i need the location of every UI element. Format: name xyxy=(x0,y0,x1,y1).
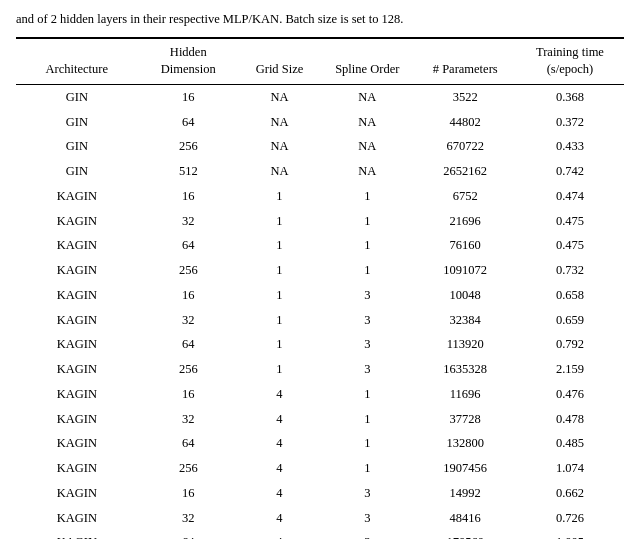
cell-params: 11696 xyxy=(415,382,516,407)
cell-hidden: 16 xyxy=(138,481,239,506)
table-row: KAGIN1643149920.662 xyxy=(16,481,624,506)
table-row: KAGIN6411761600.475 xyxy=(16,233,624,258)
cell-hidden: 16 xyxy=(138,184,239,209)
cell-spline: 1 xyxy=(320,209,415,234)
cell-time: 0.433 xyxy=(516,134,624,159)
cell-grid: 1 xyxy=(239,308,320,333)
cell-hidden: 32 xyxy=(138,407,239,432)
cell-arch: KAGIN xyxy=(16,258,138,283)
cell-spline: 1 xyxy=(320,407,415,432)
cell-time: 0.475 xyxy=(516,209,624,234)
cell-params: 132800 xyxy=(415,431,516,456)
cell-time: 0.475 xyxy=(516,233,624,258)
table-row: KAGIN161167520.474 xyxy=(16,184,624,209)
cell-hidden: 64 xyxy=(138,530,239,539)
table-row: KAGIN2564119074561.074 xyxy=(16,456,624,481)
cell-grid: 4 xyxy=(239,431,320,456)
cell-time: 0.742 xyxy=(516,159,624,184)
cell-time: 0.478 xyxy=(516,407,624,432)
cell-spline: NA xyxy=(320,134,415,159)
cell-hidden: 64 xyxy=(138,431,239,456)
cell-spline: 3 xyxy=(320,357,415,382)
table-row: KAGIN64411328000.485 xyxy=(16,431,624,456)
cell-spline: NA xyxy=(320,110,415,135)
cell-arch: KAGIN xyxy=(16,233,138,258)
cell-spline: NA xyxy=(320,84,415,109)
cell-spline: 1 xyxy=(320,431,415,456)
cell-grid: 1 xyxy=(239,332,320,357)
cell-hidden: 16 xyxy=(138,283,239,308)
cell-hidden: 64 xyxy=(138,332,239,357)
cell-params: 44802 xyxy=(415,110,516,135)
cell-hidden: 32 xyxy=(138,308,239,333)
table-row: KAGIN1613100480.658 xyxy=(16,283,624,308)
cell-hidden: 256 xyxy=(138,357,239,382)
cell-grid: 4 xyxy=(239,481,320,506)
cell-spline: NA xyxy=(320,159,415,184)
cell-params: 2652162 xyxy=(415,159,516,184)
cell-grid: NA xyxy=(239,84,320,109)
cell-spline: 1 xyxy=(320,382,415,407)
cell-params: 48416 xyxy=(415,506,516,531)
cell-spline: 1 xyxy=(320,258,415,283)
cell-arch: GIN xyxy=(16,84,138,109)
cell-hidden: 16 xyxy=(138,84,239,109)
cell-grid: 1 xyxy=(239,258,320,283)
table-row: GIN512NANA26521620.742 xyxy=(16,159,624,184)
cell-params: 1091072 xyxy=(415,258,516,283)
cell-time: 0.658 xyxy=(516,283,624,308)
cell-time: 0.662 xyxy=(516,481,624,506)
cell-hidden: 32 xyxy=(138,506,239,531)
cell-arch: GIN xyxy=(16,134,138,159)
header-spline-order: Spline Order xyxy=(320,38,415,85)
table-row: KAGIN1641116960.476 xyxy=(16,382,624,407)
cell-grid: 4 xyxy=(239,506,320,531)
cell-spline: 1 xyxy=(320,184,415,209)
table-row: GIN16NANA35220.368 xyxy=(16,84,624,109)
cell-params: 3522 xyxy=(415,84,516,109)
cell-grid: 4 xyxy=(239,530,320,539)
table-row: KAGIN3241377280.478 xyxy=(16,407,624,432)
cell-spline: 3 xyxy=(320,332,415,357)
cell-hidden: 256 xyxy=(138,258,239,283)
table-row: KAGIN3213323840.659 xyxy=(16,308,624,333)
cell-params: 14992 xyxy=(415,481,516,506)
cell-hidden: 256 xyxy=(138,456,239,481)
table-row: KAGIN3243484160.726 xyxy=(16,506,624,531)
table-row: GIN256NANA6707220.433 xyxy=(16,134,624,159)
cell-hidden: 512 xyxy=(138,159,239,184)
cell-params: 76160 xyxy=(415,233,516,258)
cell-params: 113920 xyxy=(415,332,516,357)
cell-time: 2.159 xyxy=(516,357,624,382)
cell-spline: 1 xyxy=(320,233,415,258)
cell-time: 0.476 xyxy=(516,382,624,407)
cell-arch: KAGIN xyxy=(16,506,138,531)
cell-params: 1907456 xyxy=(415,456,516,481)
cell-arch: GIN xyxy=(16,159,138,184)
cell-arch: KAGIN xyxy=(16,332,138,357)
cell-time: 0.485 xyxy=(516,431,624,456)
cell-time: 0.726 xyxy=(516,506,624,531)
cell-grid: 1 xyxy=(239,209,320,234)
cell-grid: 1 xyxy=(239,184,320,209)
cell-time: 0.792 xyxy=(516,332,624,357)
cell-arch: KAGIN xyxy=(16,184,138,209)
cell-grid: 4 xyxy=(239,382,320,407)
cell-time: 0.368 xyxy=(516,84,624,109)
cell-params: 670722 xyxy=(415,134,516,159)
results-table: Architecture HiddenDimension Grid Size S… xyxy=(16,37,624,539)
cell-time: 0.659 xyxy=(516,308,624,333)
cell-hidden: 256 xyxy=(138,134,239,159)
cell-hidden: 16 xyxy=(138,382,239,407)
cell-grid: 1 xyxy=(239,357,320,382)
header-architecture: Architecture xyxy=(16,38,138,85)
cell-grid: NA xyxy=(239,159,320,184)
cell-grid: 1 xyxy=(239,233,320,258)
cell-time: 0.474 xyxy=(516,184,624,209)
cell-arch: KAGIN xyxy=(16,431,138,456)
cell-arch: KAGIN xyxy=(16,481,138,506)
cell-params: 6752 xyxy=(415,184,516,209)
cell-spline: 3 xyxy=(320,481,415,506)
cell-arch: KAGIN xyxy=(16,407,138,432)
table-row: KAGIN2561316353282.159 xyxy=(16,357,624,382)
